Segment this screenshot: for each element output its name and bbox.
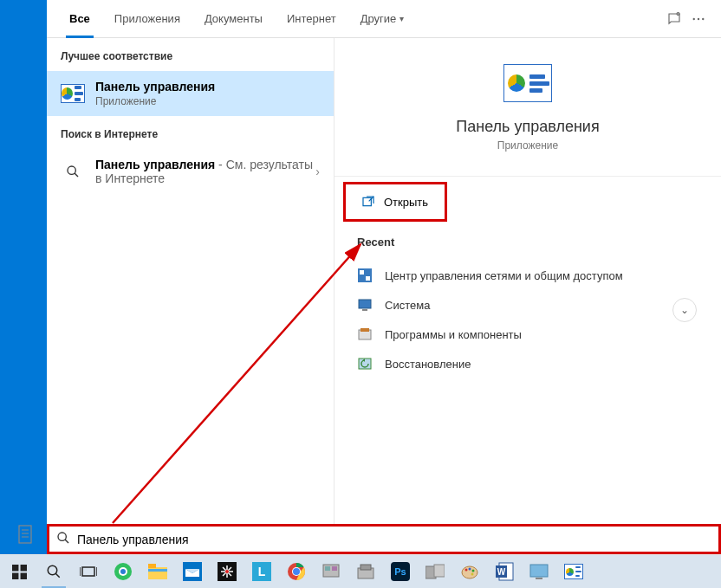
taskbar: L Ps W (0, 555, 721, 588)
result-control-panel[interactable]: Панель управления Приложение (47, 71, 334, 116)
svg-point-58 (471, 573, 474, 576)
svg-rect-19 (20, 565, 26, 571)
filter-tabs: Все Приложения Документы Интернет Другие… (47, 0, 721, 38)
search-input[interactable] (77, 533, 711, 546)
svg-point-2 (698, 17, 699, 19)
network-center-icon (357, 268, 373, 283)
recent-item-system[interactable]: Система (357, 290, 698, 320)
section-best-match: Лучшее соответствие (47, 38, 334, 71)
web-result-text: Панель управления - См. результаты в Инт… (95, 158, 315, 185)
taskbar-task-view[interactable] (71, 555, 106, 588)
result-subtitle: Приложение (95, 95, 320, 107)
recent-item-recovery[interactable]: Восстановление (357, 349, 698, 378)
feedback-icon[interactable] (662, 7, 686, 31)
taskbar-app-explorer[interactable] (140, 555, 175, 588)
svg-point-44 (293, 568, 300, 575)
tab-apps[interactable]: Приложения (102, 0, 192, 38)
preview-title: Панель управления (456, 118, 599, 136)
taskbar-app-mail[interactable] (175, 555, 210, 588)
open-icon (361, 195, 375, 209)
result-web-search[interactable]: Панель управления - См. результаты в Инт… (47, 149, 334, 194)
tab-web[interactable]: Интернет (275, 0, 348, 38)
chevron-down-icon: ▾ (399, 14, 404, 23)
tab-other[interactable]: Другие▾ (348, 0, 417, 38)
section-web-search: Поиск в Интернете (47, 116, 334, 149)
open-button[interactable]: Открыть (343, 182, 447, 222)
recovery-icon (357, 356, 373, 372)
results-list: Лучшее соответствие Панель управления Пр… (47, 38, 335, 554)
svg-rect-10 (359, 300, 371, 308)
svg-rect-62 (530, 565, 548, 577)
taskbar-search-button[interactable] (36, 555, 71, 588)
desktop-document-icon[interactable] (17, 525, 35, 546)
svg-rect-21 (20, 572, 26, 578)
svg-point-55 (465, 569, 468, 572)
taskbar-app-generic3[interactable] (348, 555, 383, 588)
svg-rect-47 (332, 566, 337, 571)
svg-text:W: W (497, 567, 506, 577)
preview-subtitle: Приложение (497, 139, 558, 152)
svg-rect-64 (19, 526, 31, 543)
svg-rect-32 (148, 569, 167, 572)
svg-rect-20 (12, 572, 18, 578)
svg-rect-18 (12, 565, 18, 571)
svg-point-15 (58, 533, 66, 540)
svg-line-16 (65, 540, 68, 543)
svg-rect-8 (360, 270, 364, 275)
svg-rect-13 (360, 328, 369, 332)
svg-rect-49 (360, 565, 371, 570)
tab-documents[interactable]: Документы (192, 0, 275, 38)
taskbar-app-generic5[interactable] (522, 555, 556, 588)
taskbar-search-box[interactable] (47, 524, 721, 554)
expand-chevron[interactable]: ⌄ (672, 298, 697, 322)
svg-rect-11 (362, 309, 367, 311)
svg-point-57 (472, 570, 475, 572)
svg-point-4 (68, 166, 75, 174)
control-panel-icon (61, 81, 85, 106)
search-results-panel: Все Приложения Документы Интернет Другие… (47, 0, 721, 554)
taskbar-app-word[interactable]: W (487, 555, 522, 588)
svg-rect-24 (82, 567, 94, 576)
svg-rect-9 (366, 276, 370, 281)
svg-point-29 (120, 569, 126, 574)
programs-icon (357, 326, 373, 342)
svg-text:L: L (258, 565, 266, 578)
taskbar-app-chrome[interactable] (279, 555, 314, 588)
svg-point-22 (48, 565, 57, 575)
taskbar-app-l[interactable]: L (244, 555, 279, 588)
recent-header: Recent (357, 236, 698, 249)
start-button[interactable] (2, 555, 36, 588)
preview-control-panel-icon (503, 64, 552, 102)
preview-pane: Панель управления Приложение Открыть ⌄ R… (335, 38, 721, 554)
svg-point-1 (693, 17, 695, 19)
taskbar-app-browser1[interactable] (106, 555, 140, 588)
svg-point-56 (469, 568, 471, 571)
taskbar-app-generic4[interactable] (418, 555, 452, 588)
svg-rect-63 (536, 578, 542, 579)
svg-rect-53 (434, 565, 445, 577)
svg-point-3 (702, 17, 704, 19)
recent-item-programs[interactable]: Программы и компоненты (357, 320, 698, 349)
tab-all[interactable]: Все (57, 0, 102, 38)
chevron-right-icon: › (315, 165, 320, 178)
taskbar-app-control-panel[interactable] (556, 555, 591, 588)
svg-line-23 (55, 573, 60, 578)
taskbar-app-paint[interactable] (452, 555, 487, 588)
desktop-background-strip (0, 0, 47, 554)
svg-rect-6 (363, 197, 371, 205)
svg-line-5 (75, 173, 78, 177)
system-icon (357, 297, 373, 313)
svg-rect-31 (148, 564, 156, 568)
recent-item-network[interactable]: Центр управления сетями и общим доступом (357, 261, 698, 290)
taskbar-app-photoshop[interactable]: Ps (383, 555, 418, 588)
recent-section: Recent Центр управления сетями и общим д… (335, 227, 721, 378)
taskbar-app-generic2[interactable] (314, 555, 348, 588)
svg-point-39 (225, 570, 229, 573)
more-icon[interactable] (686, 7, 711, 31)
search-icon (61, 159, 85, 184)
search-icon (56, 531, 70, 548)
svg-text:Ps: Ps (394, 566, 406, 577)
taskbar-app-generic1[interactable] (210, 555, 244, 588)
result-title: Панель управления (95, 80, 320, 94)
svg-rect-46 (325, 566, 330, 571)
